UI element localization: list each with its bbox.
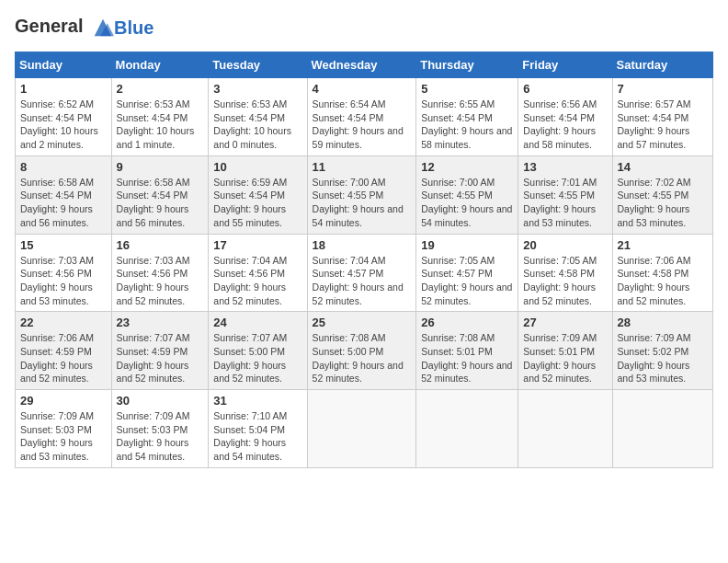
day-info: Sunrise: 7:06 AMSunset: 4:58 PMDaylight:…	[618, 254, 708, 308]
calendar-cell: 3Sunrise: 6:53 AMSunset: 4:54 PMDaylight…	[209, 78, 307, 156]
calendar-cell: 18Sunrise: 7:04 AMSunset: 4:57 PMDayligh…	[307, 234, 416, 312]
logo-text-blue: Blue	[114, 17, 154, 39]
day-info: Sunrise: 7:05 AMSunset: 4:58 PMDaylight:…	[523, 254, 607, 308]
day-number: 11	[313, 160, 412, 174]
day-number: 21	[618, 238, 708, 252]
day-number: 30	[117, 394, 204, 408]
day-info: Sunrise: 7:00 AMSunset: 4:55 PMDaylight:…	[313, 176, 412, 230]
day-number: 9	[117, 160, 204, 174]
calendar-cell: 22Sunrise: 7:06 AMSunset: 4:59 PMDayligh…	[16, 312, 112, 390]
day-number: 28	[618, 316, 708, 329]
day-number: 10	[213, 160, 301, 174]
day-number: 16	[117, 238, 204, 252]
day-info: Sunrise: 6:57 AMSunset: 4:54 PMDaylight:…	[618, 98, 708, 152]
day-number: 12	[421, 160, 513, 174]
header-day-monday: Monday	[111, 52, 209, 78]
day-number: 19	[421, 238, 513, 252]
day-number: 31	[213, 394, 301, 408]
day-info: Sunrise: 7:04 AMSunset: 4:56 PMDaylight:…	[213, 254, 301, 308]
calendar-cell	[518, 390, 612, 468]
day-number: 25	[313, 316, 412, 329]
day-number: 8	[20, 160, 107, 174]
day-number: 4	[313, 82, 412, 96]
calendar-cell: 17Sunrise: 7:04 AMSunset: 4:56 PMDayligh…	[209, 234, 307, 312]
calendar-cell: 27Sunrise: 7:09 AMSunset: 5:01 PMDayligh…	[518, 312, 612, 390]
day-info: Sunrise: 6:53 AMSunset: 4:54 PMDaylight:…	[117, 98, 204, 152]
day-number: 15	[20, 238, 107, 252]
day-info: Sunrise: 7:09 AMSunset: 5:01 PMDaylight:…	[523, 331, 607, 385]
calendar-cell	[307, 390, 416, 468]
day-info: Sunrise: 7:09 AMSunset: 5:03 PMDaylight:…	[20, 409, 107, 464]
calendar-cell: 29Sunrise: 7:09 AMSunset: 5:03 PMDayligh…	[16, 390, 112, 468]
calendar-cell: 21Sunrise: 7:06 AMSunset: 4:58 PMDayligh…	[612, 234, 712, 312]
page-header: General Blue	[15, 15, 713, 40]
calendar-cell: 26Sunrise: 7:08 AMSunset: 5:01 PMDayligh…	[416, 312, 518, 390]
logo-icon	[90, 15, 116, 40]
calendar-header-row: SundayMondayTuesdayWednesdayThursdayFrid…	[16, 52, 713, 78]
day-number: 18	[313, 238, 412, 252]
calendar-cell: 1Sunrise: 6:52 AMSunset: 4:54 PMDaylight…	[16, 78, 112, 156]
day-info: Sunrise: 7:07 AMSunset: 5:00 PMDaylight:…	[213, 331, 301, 385]
day-number: 23	[117, 316, 204, 329]
day-info: Sunrise: 6:56 AMSunset: 4:54 PMDaylight:…	[523, 98, 607, 152]
calendar-cell: 6Sunrise: 6:56 AMSunset: 4:54 PMDaylight…	[518, 78, 612, 156]
logo: General Blue	[15, 15, 154, 40]
day-number: 3	[213, 82, 301, 96]
calendar-cell: 12Sunrise: 7:00 AMSunset: 4:55 PMDayligh…	[416, 155, 518, 234]
calendar-cell: 19Sunrise: 7:05 AMSunset: 4:57 PMDayligh…	[416, 234, 518, 312]
logo-text-general: General	[15, 16, 83, 36]
day-info: Sunrise: 6:58 AMSunset: 4:54 PMDaylight:…	[20, 176, 107, 230]
day-info: Sunrise: 7:03 AMSunset: 4:56 PMDaylight:…	[117, 254, 204, 308]
calendar-cell: 24Sunrise: 7:07 AMSunset: 5:00 PMDayligh…	[209, 312, 307, 390]
calendar-cell: 4Sunrise: 6:54 AMSunset: 4:54 PMDaylight…	[307, 78, 416, 156]
day-number: 7	[618, 82, 708, 96]
calendar-cell: 10Sunrise: 6:59 AMSunset: 4:54 PMDayligh…	[209, 155, 307, 234]
header-day-wednesday: Wednesday	[307, 52, 416, 78]
calendar-table: SundayMondayTuesdayWednesdayThursdayFrid…	[15, 52, 713, 468]
calendar-cell: 15Sunrise: 7:03 AMSunset: 4:56 PMDayligh…	[16, 234, 112, 312]
calendar-cell: 23Sunrise: 7:07 AMSunset: 4:59 PMDayligh…	[111, 312, 209, 390]
calendar-cell: 13Sunrise: 7:01 AMSunset: 4:55 PMDayligh…	[518, 155, 612, 234]
day-info: Sunrise: 7:09 AMSunset: 5:02 PMDaylight:…	[618, 331, 708, 385]
calendar-cell: 8Sunrise: 6:58 AMSunset: 4:54 PMDaylight…	[16, 155, 112, 234]
day-info: Sunrise: 7:01 AMSunset: 4:55 PMDaylight:…	[523, 176, 607, 230]
calendar-week-2: 8Sunrise: 6:58 AMSunset: 4:54 PMDaylight…	[16, 155, 713, 234]
day-info: Sunrise: 6:54 AMSunset: 4:54 PMDaylight:…	[313, 98, 412, 152]
day-number: 6	[523, 82, 607, 96]
calendar-week-5: 29Sunrise: 7:09 AMSunset: 5:03 PMDayligh…	[16, 390, 713, 468]
calendar-cell: 25Sunrise: 7:08 AMSunset: 5:00 PMDayligh…	[307, 312, 416, 390]
day-number: 27	[523, 316, 607, 329]
day-number: 14	[618, 160, 708, 174]
calendar-body: 1Sunrise: 6:52 AMSunset: 4:54 PMDaylight…	[16, 78, 713, 468]
calendar-cell: 2Sunrise: 6:53 AMSunset: 4:54 PMDaylight…	[111, 78, 209, 156]
day-info: Sunrise: 7:06 AMSunset: 4:59 PMDaylight:…	[20, 331, 107, 385]
day-info: Sunrise: 6:55 AMSunset: 4:54 PMDaylight:…	[421, 98, 513, 152]
header-day-friday: Friday	[518, 52, 612, 78]
calendar-week-3: 15Sunrise: 7:03 AMSunset: 4:56 PMDayligh…	[16, 234, 713, 312]
day-info: Sunrise: 7:08 AMSunset: 5:00 PMDaylight:…	[313, 331, 412, 385]
day-number: 17	[213, 238, 301, 252]
calendar-cell	[416, 390, 518, 468]
calendar-cell: 31Sunrise: 7:10 AMSunset: 5:04 PMDayligh…	[209, 390, 307, 468]
day-number: 1	[20, 82, 107, 96]
header-day-saturday: Saturday	[612, 52, 712, 78]
day-info: Sunrise: 7:09 AMSunset: 5:03 PMDaylight:…	[117, 409, 204, 464]
calendar-cell: 11Sunrise: 7:00 AMSunset: 4:55 PMDayligh…	[307, 155, 416, 234]
calendar-cell	[612, 390, 712, 468]
day-info: Sunrise: 7:05 AMSunset: 4:57 PMDaylight:…	[421, 254, 513, 308]
day-info: Sunrise: 6:59 AMSunset: 4:54 PMDaylight:…	[213, 176, 301, 230]
day-number: 2	[117, 82, 204, 96]
day-info: Sunrise: 7:08 AMSunset: 5:01 PMDaylight:…	[421, 331, 513, 385]
day-number: 20	[523, 238, 607, 252]
day-info: Sunrise: 6:52 AMSunset: 4:54 PMDaylight:…	[20, 98, 107, 152]
calendar-cell: 9Sunrise: 6:58 AMSunset: 4:54 PMDaylight…	[111, 155, 209, 234]
day-info: Sunrise: 7:02 AMSunset: 4:55 PMDaylight:…	[618, 176, 708, 230]
day-info: Sunrise: 6:58 AMSunset: 4:54 PMDaylight:…	[117, 176, 204, 230]
header-day-sunday: Sunday	[16, 52, 112, 78]
day-number: 26	[421, 316, 513, 329]
day-number: 22	[20, 316, 107, 329]
day-number: 29	[20, 394, 107, 408]
calendar-cell: 20Sunrise: 7:05 AMSunset: 4:58 PMDayligh…	[518, 234, 612, 312]
day-number: 5	[421, 82, 513, 96]
calendar-week-1: 1Sunrise: 6:52 AMSunset: 4:54 PMDaylight…	[16, 78, 713, 156]
